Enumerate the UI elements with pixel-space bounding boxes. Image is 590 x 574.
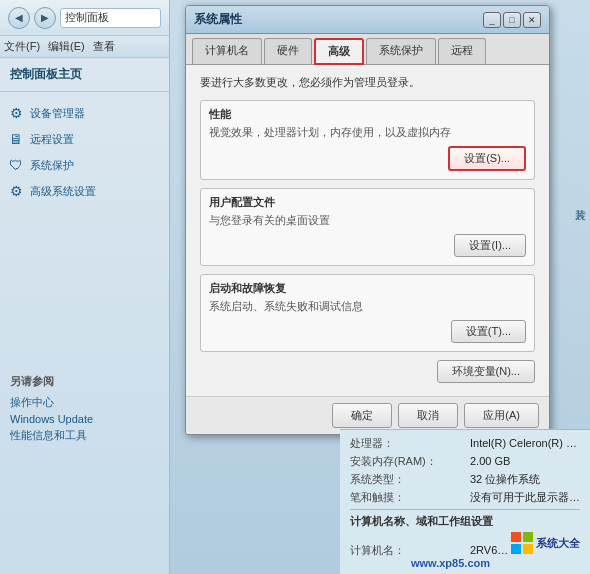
svg-rect-2 xyxy=(511,544,521,554)
info-label-touch: 笔和触摸： xyxy=(350,490,470,505)
back-button[interactable]: ◀ xyxy=(8,7,30,29)
info-separator xyxy=(350,509,580,510)
logo-text: 系统大全 xyxy=(536,536,580,551)
dialog-title: 系统属性 xyxy=(194,11,242,28)
performance-desc: 视觉效果，处理器计划，内存使用，以及虚拟内存 xyxy=(209,125,526,140)
tab-remote[interactable]: 远程 xyxy=(438,38,486,64)
svg-rect-0 xyxy=(511,532,521,542)
user-profile-section: 用户配置文件 与您登录有关的桌面设置 设置(I)... xyxy=(200,188,535,266)
startup-settings-button[interactable]: 设置(T)... xyxy=(451,320,526,343)
device-manager-icon: ⚙ xyxy=(8,105,24,121)
info-row-computer-name: 计算机名： 2RV6EAPSC 系统大全 xyxy=(350,532,580,558)
info-row-separator-label: 计算机名称、域和工作组设置 xyxy=(350,514,580,529)
sidebar-item-label: 系统保护 xyxy=(30,158,74,173)
info-label-cpu: 处理器： xyxy=(350,436,470,451)
menu-view[interactable]: 查看 xyxy=(93,39,115,54)
info-panel: 处理器： Intel(R) Celeron(R) CPU E3400 安装内存(… xyxy=(340,429,590,574)
performance-title: 性能 xyxy=(209,107,526,122)
dialog-intro: 要进行大多数更改，您必须作为管理员登录。 xyxy=(200,75,535,90)
sidebar-header: ◀ ▶ 控制面板 xyxy=(0,0,169,36)
user-profile-desc: 与您登录有关的桌面设置 xyxy=(209,213,526,228)
protection-icon: 🛡 xyxy=(8,157,24,173)
close-button[interactable]: ✕ xyxy=(523,12,541,28)
sidebar: ◀ ▶ 控制面板 文件(F) 编辑(E) 查看 控制面板主页 ⚙ 设备管理器 🖥… xyxy=(0,0,170,574)
breadcrumb-text: 控制面板 xyxy=(65,10,109,25)
sidebar-title: 控制面板主页 xyxy=(0,58,169,92)
sidebar-item-label: 高级系统设置 xyxy=(30,184,96,199)
remote-icon: 🖥 xyxy=(8,131,24,147)
performance-settings-button[interactable]: 设置(S)... xyxy=(448,146,526,171)
cancel-button[interactable]: 取消 xyxy=(398,403,458,428)
window-controls: _ □ ✕ xyxy=(483,12,541,28)
dialog-body: 要进行大多数更改，您必须作为管理员登录。 性能 视觉效果，处理器计划，内存使用，… xyxy=(186,65,549,408)
sidebar-item-label: 远程设置 xyxy=(30,132,74,147)
ok-button[interactable]: 确定 xyxy=(332,403,392,428)
forward-button[interactable]: ▶ xyxy=(34,7,56,29)
system-properties-dialog: 系统属性 _ □ ✕ 计算机名 硬件 高级 系统保护 远程 xyxy=(185,5,550,435)
menu-edit[interactable]: 编辑(E) xyxy=(48,39,85,54)
apply-button[interactable]: 应用(A) xyxy=(464,403,539,428)
sidebar-nav: ⚙ 设备管理器 🖥 远程设置 🛡 系统保护 ⚙ 高级系统设置 xyxy=(0,92,169,212)
advanced-icon: ⚙ xyxy=(8,183,24,199)
tab-advanced[interactable]: 高级 xyxy=(314,38,364,65)
info-row-ram: 安装内存(RAM)： 2.00 GB xyxy=(350,454,580,469)
logo-area: 系统大全 xyxy=(511,532,580,554)
info-value-ram: 2.00 GB xyxy=(470,455,580,467)
sidebar-item-protection[interactable]: 🛡 系统保护 xyxy=(0,152,169,178)
info-value-os-type: 32 位操作系统 xyxy=(470,472,580,487)
watermark: www.xp85.com xyxy=(411,557,490,569)
tab-computer-name[interactable]: 计算机名 xyxy=(192,38,262,64)
sidebar-item-device-manager[interactable]: ⚙ 设备管理器 xyxy=(0,100,169,126)
startup-btn-row: 设置(T)... xyxy=(209,320,526,343)
tabs-bar: 计算机名 硬件 高级 系统保护 远程 xyxy=(186,34,549,65)
info-row-cpu: 处理器： Intel(R) Celeron(R) CPU E3400 xyxy=(350,436,580,451)
info-row-touch: 笔和触摸： 没有可用于此显示器的笔或触控输入 xyxy=(350,490,580,505)
also-see-windows-update[interactable]: Windows Update xyxy=(10,413,160,425)
menu-file[interactable]: 文件(F) xyxy=(4,39,40,54)
windows-flag-icon xyxy=(511,532,533,554)
startup-section: 启动和故障恢复 系统启动、系统失败和调试信息 设置(T)... xyxy=(200,274,535,352)
user-profile-settings-button[interactable]: 设置(I)... xyxy=(454,234,526,257)
performance-btn-row: 设置(S)... xyxy=(209,146,526,171)
watermark-text: www.xp85.com xyxy=(411,557,490,569)
svg-rect-1 xyxy=(523,532,533,542)
maximize-button[interactable]: □ xyxy=(503,12,521,28)
svg-rect-3 xyxy=(523,544,533,554)
performance-section: 性能 视觉效果，处理器计划，内存使用，以及虚拟内存 设置(S)... xyxy=(200,100,535,180)
also-see-action-center[interactable]: 操作中心 xyxy=(10,395,160,410)
user-profile-title: 用户配置文件 xyxy=(209,195,526,210)
also-see-title: 另请参阅 xyxy=(10,374,160,389)
sidebar-item-label: 设备管理器 xyxy=(30,106,85,121)
sidebar-item-remote[interactable]: 🖥 远程设置 xyxy=(0,126,169,152)
info-value-computer: 2RV6EAPSC xyxy=(470,544,511,556)
env-btn-row: 环境变量(N)... xyxy=(200,360,535,383)
also-see-performance[interactable]: 性能信息和工具 xyxy=(10,428,160,443)
dialog-titlebar: 系统属性 _ □ ✕ xyxy=(186,6,549,34)
tab-hardware[interactable]: 硬件 xyxy=(264,38,312,64)
info-label-os-type: 系统类型： xyxy=(350,472,470,487)
minimize-button[interactable]: _ xyxy=(483,12,501,28)
info-label-computer: 计算机名： xyxy=(350,543,470,558)
info-value-touch: 没有可用于此显示器的笔或触控输入 xyxy=(470,490,580,505)
also-see-section: 另请参阅 操作中心 Windows Update 性能信息和工具 xyxy=(0,366,170,454)
startup-title: 启动和故障恢复 xyxy=(209,281,526,296)
user-profile-btn-row: 设置(I)... xyxy=(209,234,526,257)
info-value-cpu: Intel(R) Celeron(R) CPU E3400 xyxy=(470,437,580,449)
info-label-ram: 安装内存(RAM)： xyxy=(350,454,470,469)
tab-system-protection[interactable]: 系统保护 xyxy=(366,38,436,64)
breadcrumb[interactable]: 控制面板 xyxy=(60,8,161,28)
menu-bar: 文件(F) 编辑(E) 查看 xyxy=(0,36,169,58)
sidebar-item-advanced[interactable]: ⚙ 高级系统设置 xyxy=(0,178,169,204)
info-row-os-type: 系统类型： 32 位操作系统 xyxy=(350,472,580,487)
environment-variables-button[interactable]: 环境变量(N)... xyxy=(437,360,535,383)
main-content: 系统属性 _ □ ✕ 计算机名 硬件 高级 系统保护 远程 xyxy=(170,0,590,574)
info-separator-label: 计算机名称、域和工作组设置 xyxy=(350,514,493,529)
startup-desc: 系统启动、系统失败和调试信息 xyxy=(209,299,526,314)
